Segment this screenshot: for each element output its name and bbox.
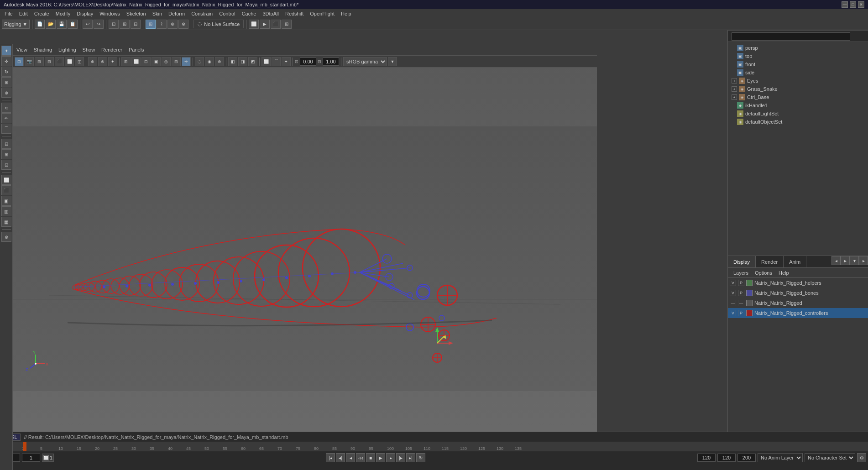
step-back-btn[interactable]: ◂: [346, 453, 355, 462]
close-button[interactable]: ✕: [858, 1, 864, 8]
jump-end-btn[interactable]: ▸|: [406, 453, 415, 462]
scale-tool-btn[interactable]: ⊞: [1, 77, 11, 87]
snap-grid-btn[interactable]: ⊞: [146, 20, 156, 29]
quick-layout-2-btn[interactable]: ⬛: [1, 185, 11, 195]
move-tool-btn[interactable]: ✛: [1, 56, 11, 66]
layer-p-helpers[interactable]: P: [738, 280, 744, 286]
undo-btn[interactable]: ↩: [83, 20, 93, 29]
render-layer-btn[interactable]: ⊡: [1, 160, 11, 170]
tree-expand-eyes[interactable]: +: [732, 78, 737, 84]
vp-menu-shading[interactable]: Shading: [32, 47, 54, 52]
range-end-input[interactable]: [717, 454, 736, 462]
menu-edit[interactable]: Edit: [16, 10, 31, 17]
vp-baked-btn[interactable]: ⬜: [65, 57, 74, 66]
next-key-btn[interactable]: |▸: [396, 453, 405, 462]
vp-menu-lighting[interactable]: Lighting: [57, 47, 78, 52]
minimize-button[interactable]: —: [842, 1, 848, 8]
step-forward-btn[interactable]: ▸: [386, 453, 395, 462]
vp-light2-btn[interactable]: ◉: [205, 57, 214, 66]
tree-expand-ctrl-base[interactable]: +: [732, 94, 737, 100]
layer-v-helpers[interactable]: V: [730, 280, 736, 286]
loop-btn[interactable]: ↻: [416, 453, 425, 462]
play-back-btn[interactable]: ◃◃: [356, 453, 365, 462]
display-layers-btn[interactable]: ⊞: [1, 149, 11, 159]
vp-show-joints-btn[interactable]: ✦: [282, 57, 291, 66]
anim-layer-select[interactable]: No Anim Layer: [758, 453, 803, 462]
menu-skin[interactable]: Skin: [150, 10, 165, 17]
curve-tools-btn[interactable]: ⌒: [1, 124, 11, 134]
vp-shadow-btn[interactable]: ◧: [228, 57, 237, 66]
new-scene-btn[interactable]: 📄: [35, 20, 45, 29]
current-frame-input[interactable]: [22, 454, 40, 462]
layers-scroll-left[interactable]: ◂: [831, 256, 841, 265]
vp-smooth-wire-btn[interactable]: ⊟: [45, 57, 54, 66]
vp-xray-btn[interactable]: ⊗: [98, 57, 107, 66]
menu-display[interactable]: Display: [74, 10, 96, 17]
menu-constrain[interactable]: Constrain: [188, 10, 215, 17]
layer-helpers[interactable]: V P Natrix_Natrix_Rigged_helpers: [728, 278, 868, 288]
viewport-canvas[interactable]: X Y Z persp Symmetry: Off Soft Select: O…: [13, 68, 597, 450]
menu-modify[interactable]: Modify: [53, 10, 73, 17]
tree-item-eyes[interactable]: + ◈ Eyes: [728, 77, 868, 85]
ipr-render-btn[interactable]: ⬛: [271, 20, 281, 29]
vp-gate-mask-btn[interactable]: ⊡: [141, 57, 151, 66]
menu-redshift[interactable]: Redshift: [282, 10, 306, 17]
vp-uv-btn[interactable]: ◫: [75, 57, 84, 66]
save-scene-as-btn[interactable]: 📋: [68, 20, 78, 29]
lasso-btn[interactable]: ⊞: [120, 20, 130, 29]
tree-item-front[interactable]: ▣ front: [728, 60, 868, 68]
vp-grid-btn[interactable]: ⊞: [121, 57, 131, 66]
select-btn[interactable]: ⊡: [109, 20, 119, 29]
character-set-select[interactable]: No Character Set: [805, 453, 855, 462]
quick-layout-5-btn[interactable]: ▦: [1, 217, 11, 227]
tab-render[interactable]: Render: [756, 256, 784, 267]
outliner-search-input[interactable]: [732, 32, 850, 41]
vp-gamma-options-btn[interactable]: ▼: [388, 57, 397, 66]
vp-menu-view[interactable]: View: [15, 47, 29, 52]
connection-editor-btn[interactable]: ⊛: [1, 232, 11, 242]
snap-point-btn[interactable]: ⊕: [167, 20, 178, 29]
layers-menu[interactable]: Layers: [732, 270, 750, 276]
vp-motion-blur-btn[interactable]: ◩: [248, 57, 257, 66]
menu-cache[interactable]: Cache: [239, 10, 259, 17]
layer-p-bones[interactable]: P: [738, 290, 744, 296]
vp-light3-btn[interactable]: ⊛: [215, 57, 224, 66]
vp-isolate-btn[interactable]: ✦: [108, 57, 117, 66]
menu-create[interactable]: Create: [31, 10, 52, 17]
menu-skeleton[interactable]: Skeleton: [124, 10, 149, 17]
layer-p-rigged[interactable]: —: [738, 300, 744, 306]
layer-rigged[interactable]: — — Natrix_Natrix_Rigged: [728, 298, 868, 308]
layers-scroll-right[interactable]: ▸: [841, 256, 850, 265]
tree-item-grass-snake[interactable]: + ◈ Grass_Snake: [728, 85, 868, 93]
snap-curve-btn[interactable]: ⌇: [157, 20, 167, 29]
vp-camera-btn[interactable]: 📷: [25, 57, 34, 66]
vp-pivot-btn[interactable]: ✛: [182, 57, 191, 66]
layers-add[interactable]: ▾: [850, 256, 859, 265]
render-settings-btn[interactable]: ⬜: [249, 20, 259, 29]
quick-layout-4-btn[interactable]: ▥: [1, 206, 11, 216]
tree-item-top[interactable]: ▣ top: [728, 52, 868, 60]
quick-layout-3-btn[interactable]: ▣: [1, 196, 11, 206]
redo-btn[interactable]: ↪: [94, 20, 104, 29]
tree-item-ctrl-base[interactable]: + ◈ Ctrl_Base: [728, 93, 868, 101]
menu-file[interactable]: File: [2, 10, 16, 17]
maximize-button[interactable]: □: [850, 1, 856, 8]
menu-3dtoall[interactable]: 3DtoAll: [260, 10, 281, 17]
vp-x-value[interactable]: [300, 57, 316, 66]
help-menu[interactable]: Help: [777, 270, 791, 276]
menu-help[interactable]: Help: [338, 10, 354, 17]
options-menu[interactable]: Options: [753, 270, 774, 276]
layer-p-controllers[interactable]: P: [738, 310, 744, 316]
layer-v-rigged[interactable]: —: [730, 300, 736, 306]
anim-preferences-btn[interactable]: ⚙: [857, 453, 866, 462]
menu-deform[interactable]: Deform: [166, 10, 188, 17]
vp-aa-btn[interactable]: ▣: [152, 57, 161, 66]
tree-expand-grass-snake[interactable]: +: [732, 86, 737, 92]
vp-menu-show[interactable]: Show: [81, 47, 97, 52]
layer-bones[interactable]: V P Natrix_Natrix_Rigged_bones: [728, 288, 868, 298]
paint-tools-btn[interactable]: ✏: [1, 113, 11, 123]
prev-key-btn[interactable]: ◂|: [336, 453, 345, 462]
menu-windows[interactable]: Windows: [97, 10, 123, 17]
vp-wireframe-btn[interactable]: ⊞: [35, 57, 44, 66]
quick-layout-1-btn[interactable]: ⬜: [1, 175, 11, 185]
